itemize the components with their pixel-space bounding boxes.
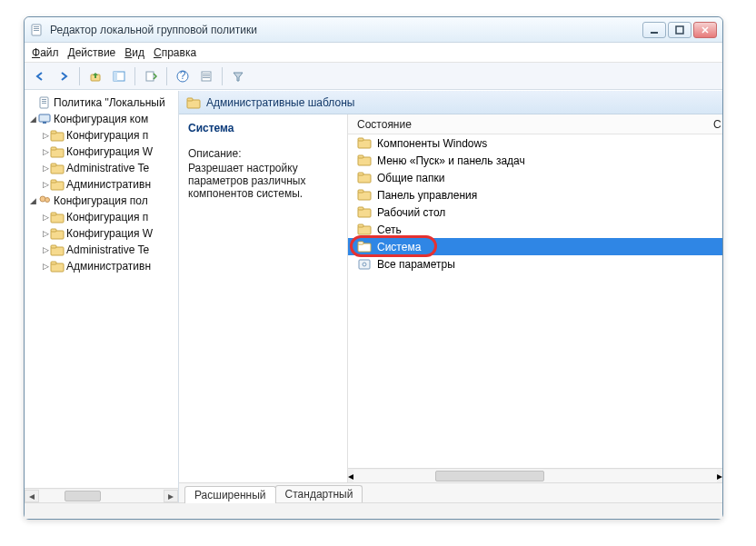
minimize-button[interactable] [642,22,666,38]
description-label: Описание: [188,147,338,160]
menu-help[interactable]: Справка [154,46,196,59]
svg-rect-37 [51,245,56,248]
show-hide-tree-button[interactable] [109,66,129,86]
list-item-label: Меню «Пуск» и панель задач [377,154,525,167]
list-item-label: Компоненты Windows [377,137,487,150]
description-text: Разрешает настройку параметров различных… [188,162,338,200]
tree-icon [50,244,65,256]
tree-child[interactable]: ▷Административн [28,258,178,274]
svg-rect-2 [34,28,39,29]
column-state[interactable]: Состояние [348,118,704,131]
tree-icon [50,212,65,223]
tree-icon [37,113,52,125]
scroll-thumb[interactable] [435,471,544,481]
list-item-label: Сеть [377,223,402,236]
tree-icon [50,261,65,273]
tree-child[interactable]: ▷Конфигурация W [28,225,178,242]
list-item[interactable]: Панель управления [348,186,722,204]
tree-label: Конфигурация W [66,145,153,158]
menu-action[interactable]: Действие [68,46,116,59]
tree-node[interactable]: ◢Конфигурация ком [28,111,178,127]
app-icon [30,23,45,37]
svg-rect-21 [43,122,46,124]
column-header[interactable]: Состояние С [348,114,722,134]
list[interactable]: Компоненты WindowsМеню «Пуск» и панель з… [348,134,722,468]
tab-extended[interactable]: Расширенный [184,486,276,503]
scroll-track[interactable] [353,470,717,482]
tree-label: Конфигурация пол [54,194,148,207]
svg-rect-8 [114,72,117,81]
up-button[interactable] [85,66,105,86]
folder-icon [357,241,372,253]
tree-child[interactable]: ▷Административн [28,176,178,193]
tree-icon [37,96,52,109]
list-item[interactable]: Все параметры [348,255,722,273]
list-item-label: Система [377,241,421,253]
list-item[interactable]: Общие папки [348,169,722,186]
scroll-right-icon[interactable]: ▸ [164,490,178,502]
tree-hscrollbar[interactable]: ◂ ▸ [25,488,178,502]
svg-rect-20 [39,114,50,122]
back-button[interactable] [30,66,50,86]
tree-label: Конфигурация W [66,227,153,240]
expand-icon[interactable]: ▷ [41,164,50,173]
scroll-left-icon[interactable]: ◂ [25,490,39,502]
scroll-track[interactable] [39,490,164,502]
expand-icon[interactable]: ▷ [41,262,50,271]
list-item[interactable]: Система [348,238,722,255]
folder-icon [357,206,372,218]
properties-button[interactable] [196,66,216,86]
list-item[interactable]: Сеть [348,221,722,238]
scroll-right-icon[interactable]: ▸ [717,470,722,482]
separator [79,67,80,85]
help-button[interactable]: ? [173,66,193,86]
close-button[interactable] [693,22,717,38]
svg-rect-23 [51,131,56,134]
expand-icon[interactable]: ▷ [41,131,50,140]
tree-label: Административн [66,260,151,273]
list-item[interactable]: Компоненты Windows [348,134,722,152]
list-item-label: Панель управления [377,189,477,202]
forward-button[interactable] [54,66,74,86]
svg-rect-1 [34,26,39,27]
list-hscrollbar[interactable]: ◂ ▸ [348,468,722,482]
tree-child[interactable]: ▷Administrative Te [28,242,178,258]
expand-icon[interactable]: ▷ [41,213,50,222]
export-list-button[interactable] [141,66,161,86]
menu-view[interactable]: Вид [124,46,144,59]
tree-child[interactable]: ▷Конфигурация п [28,127,178,144]
list-item[interactable]: Меню «Пуск» и панель задач [348,152,722,169]
list-item[interactable]: Рабочий стол [348,204,722,221]
menu-file[interactable]: ФФайлайл [32,46,59,59]
svg-point-30 [40,196,45,202]
expand-icon[interactable]: ▷ [41,245,50,254]
titlebar[interactable]: Редактор локальной групповой политики [25,17,722,43]
tree[interactable]: Политика "Локальный◢Конфигурация ком▷Кон… [25,91,178,488]
expand-icon[interactable]: ◢ [28,196,37,205]
maximize-button[interactable] [668,22,691,38]
tree-root[interactable]: Политика "Локальный [28,94,178,111]
path-label: Административные шаблоны [206,96,354,109]
expand-icon[interactable]: ▷ [41,147,50,156]
svg-rect-51 [358,207,363,210]
tree-node[interactable]: ◢Конфигурация пол [28,193,178,209]
tree-label: Конфигурация ком [54,113,148,125]
scroll-thumb[interactable] [65,491,101,501]
tree-child[interactable]: ▷Administrative Te [28,160,178,176]
filter-button[interactable] [228,66,248,86]
description-panel: Система Описание: Разрешает настройку па… [179,114,348,482]
expand-icon[interactable]: ◢ [28,114,37,124]
svg-rect-39 [51,262,56,264]
tree-child[interactable]: ▷Конфигурация W [28,144,178,160]
selection-heading: Система [188,122,338,134]
column-c[interactable]: С [704,118,722,131]
expand-icon[interactable]: ▷ [41,229,50,238]
tree-icon [50,130,65,142]
tree-label: Политика "Локальный [54,96,165,109]
expand-icon[interactable]: ▷ [41,180,50,189]
separator [222,67,223,85]
tab-standard[interactable]: Стандартный [275,485,363,502]
svg-rect-3 [34,30,39,31]
folder-icon [186,96,201,109]
tree-child[interactable]: ▷Конфигурация п [28,209,178,225]
